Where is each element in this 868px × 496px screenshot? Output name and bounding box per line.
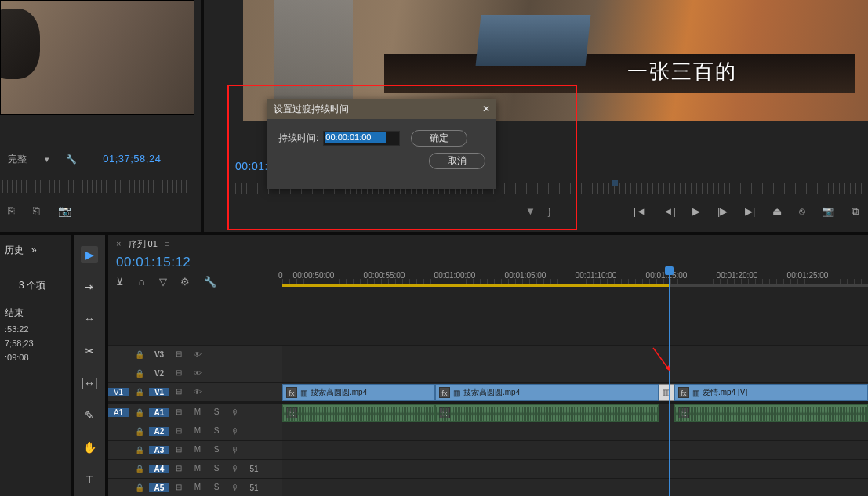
fx-badge-icon[interactable]: fx xyxy=(439,387,450,398)
set-transition-duration-dialog: 设置过渡持续时间 ✕ 持续时间: 00:00:01:00 确定 取消 xyxy=(267,99,496,189)
track-select-tool-icon[interactable]: ⇥ xyxy=(81,278,98,295)
track-lane-v1: fx▥搜索高圆圆.mp4 fx▥搜索高圆圆.mp4 fx▥爱情.mp4 [V] xyxy=(282,382,868,401)
ok-button[interactable]: 确定 xyxy=(411,130,467,147)
timeline-playhead[interactable] xyxy=(669,266,670,496)
selection-tool-icon[interactable]: ▶ xyxy=(81,246,98,263)
track-lane-a2 xyxy=(282,422,868,440)
video-transition[interactable] xyxy=(659,384,674,401)
timeline-panel: × 序列 01 ≡ 00:01:15:12 ⊻ ∩ ▽ ⚙ 🔧 0 00:00:… xyxy=(108,235,868,496)
program-subtitle-text: 一张三百的 xyxy=(627,58,737,85)
source-resolution-dropdown[interactable]: 完整 xyxy=(8,154,27,165)
lift-icon[interactable]: ⏏ xyxy=(772,205,782,217)
program-timecode[interactable]: 00:01: xyxy=(235,160,268,172)
source-out-timecode[interactable]: 01;37;58;24 xyxy=(103,153,161,165)
source-mini-ruler[interactable] xyxy=(2,180,194,193)
track-header-a2[interactable]: A2⊟MS xyxy=(108,422,282,440)
program-playhead-marker[interactable] xyxy=(612,180,618,186)
video-clip[interactable]: fx▥搜索高圆圆.mp4 xyxy=(282,384,435,401)
track-header-a5[interactable]: A5⊟MS51 xyxy=(108,478,282,496)
comparison-view-icon[interactable]: ⧉ xyxy=(852,205,859,217)
history-panel: 历史 » 3 个项 结束 :53:22 7;58;23 :09:08 xyxy=(0,235,71,496)
dialog-title: 设置过渡持续时间 xyxy=(274,103,349,116)
end-column-header[interactable]: 结束 xyxy=(5,306,66,320)
step-forward-icon[interactable]: |▶ xyxy=(717,205,728,217)
razor-tool-icon[interactable]: ✂ xyxy=(81,342,98,360)
audio-clip[interactable]: fx xyxy=(435,404,659,422)
extract-icon[interactable]: ⎋ xyxy=(799,205,805,217)
sequence-tab[interactable]: 序列 01 xyxy=(129,239,158,248)
export-frame2-icon[interactable]: 📷 xyxy=(822,205,834,217)
track-header-v2[interactable]: V2⊟ xyxy=(108,364,282,382)
duration-input[interactable] xyxy=(323,131,400,146)
overwrite-icon[interactable]: ⎗ xyxy=(33,205,39,217)
track-lane-v2 xyxy=(282,364,868,382)
add-marker-icon[interactable]: ▼ xyxy=(525,205,536,217)
track-lane-a5 xyxy=(282,478,868,496)
ripple-edit-tool-icon[interactable]: ↔ xyxy=(81,310,98,328)
track-header-a3[interactable]: A3⊟MS xyxy=(108,440,282,459)
sequence-tabbar: × 序列 01 ≡ xyxy=(108,235,868,252)
mark-out-bracket-icon[interactable]: } xyxy=(548,205,551,217)
linked-selection-icon[interactable]: ∩ xyxy=(138,276,145,288)
hand-tool-icon[interactable]: ✋ xyxy=(81,439,98,456)
track-headers: V3⊟ V2⊟ V1V1⊟ A1A1⊟MS A2⊟MS A3⊟MS A4⊟MS5… xyxy=(108,345,282,496)
fx-badge-icon[interactable]: fx xyxy=(286,387,297,398)
program-transport-controls: |◄ ◄| ▶ |▶ ▶| ⏏ ⎋ 📷 ⧉ xyxy=(619,205,859,218)
insert-icon[interactable]: ⎘ xyxy=(8,205,14,217)
dialog-close-button[interactable]: ✕ xyxy=(482,103,490,114)
list-item[interactable]: :53:22 xyxy=(5,324,66,334)
video-clip[interactable]: fx▥搜索高圆圆.mp4 xyxy=(435,384,659,401)
snap-icon[interactable]: ⊻ xyxy=(116,276,124,288)
close-sequence-icon[interactable]: × xyxy=(116,239,121,248)
monitor-splitter[interactable] xyxy=(201,0,204,232)
track-lane-v3 xyxy=(282,345,868,364)
list-item[interactable]: :09:08 xyxy=(5,353,66,362)
go-to-out-icon[interactable]: ▶| xyxy=(745,205,755,217)
play-icon[interactable]: ▶ xyxy=(692,205,700,217)
fx-badge-icon[interactable]: fx xyxy=(678,387,689,398)
history-tab[interactable]: 历史 » xyxy=(5,244,66,257)
cancel-button[interactable]: 取消 xyxy=(429,153,485,169)
timeline-tools: ▶ ⇥ ↔ ✂ |↔| ✎ ✋ T xyxy=(74,235,105,496)
timeline-settings-icon[interactable]: ⚙ xyxy=(180,276,190,288)
track-lane-a4 xyxy=(282,459,868,478)
wrench-icon[interactable]: 🔧 xyxy=(66,154,77,164)
source-bottom-icons: ⎘ ⎗ 📷 xyxy=(8,205,87,217)
dialog-titlebar[interactable]: 设置过渡持续时间 ✕ xyxy=(267,99,496,119)
source-monitor-preview[interactable] xyxy=(0,0,194,115)
audio-clip[interactable]: fx xyxy=(282,404,435,422)
slip-tool-icon[interactable]: |↔| xyxy=(81,375,98,392)
project-item-count: 3 个项 xyxy=(19,279,66,292)
video-clip[interactable]: fx▥爱情.mp4 [V] xyxy=(674,384,868,401)
track-header-v1[interactable]: V1V1⊟ xyxy=(108,382,282,401)
pen-tool-icon[interactable]: ✎ xyxy=(81,407,98,424)
track-header-v3[interactable]: V3⊟ xyxy=(108,345,282,364)
list-item[interactable]: 7;58;23 xyxy=(5,339,66,348)
program-marker-icons: ▼ } xyxy=(525,205,561,217)
audio-clip[interactable]: fx xyxy=(674,404,868,422)
source-monitor-controls: 完整 ▾ 🔧 01;37;58;24 xyxy=(8,153,188,184)
clips-area[interactable]: fx▥搜索高圆圆.mp4 fx▥搜索高圆圆.mp4 fx▥爱情.mp4 [V] … xyxy=(282,345,868,496)
export-frame-icon[interactable]: 📷 xyxy=(58,205,71,217)
track-header-a1[interactable]: A1A1⊟MS xyxy=(108,403,282,422)
duration-label: 持续时间: xyxy=(278,132,318,145)
track-header-a4[interactable]: A4⊟MS51 xyxy=(108,459,282,478)
sequence-menu-icon[interactable]: ≡ xyxy=(165,239,169,248)
wrench2-icon[interactable]: 🔧 xyxy=(204,276,216,288)
step-back-icon[interactable]: ◄| xyxy=(663,205,676,217)
type-tool-icon[interactable]: T xyxy=(81,471,98,488)
go-to-in-icon[interactable]: |◄ xyxy=(634,205,646,217)
add-marker2-icon[interactable]: ▽ xyxy=(159,276,167,288)
time-ruler[interactable]: 0 00:00:50:00 00:00:55:00 00:01:00:00 00… xyxy=(282,268,868,287)
track-lane-a1: fx fx fx xyxy=(282,403,868,422)
track-lane-a3 xyxy=(282,440,868,459)
